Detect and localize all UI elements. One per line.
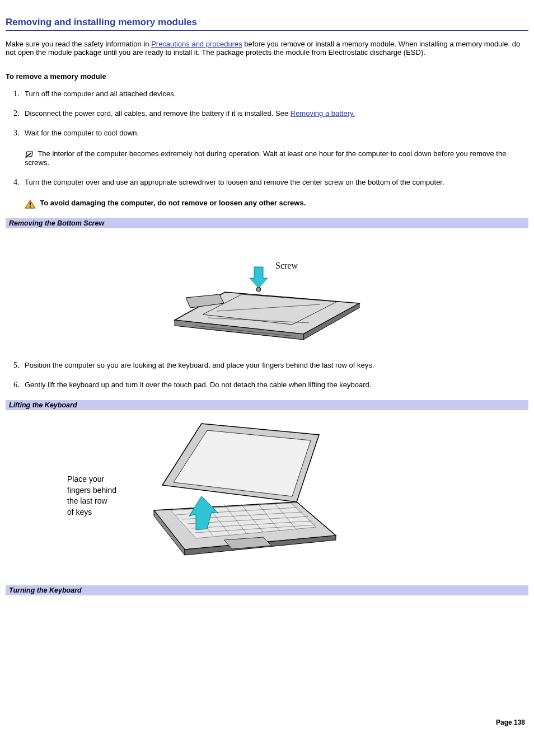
- step-3-text: Wait for the computer to cool down.: [25, 129, 139, 137]
- step-2: Disconnect the power cord, all cables, a…: [21, 109, 517, 118]
- figure-1: Screw: [6, 228, 528, 361]
- steps-list: Turn off the computer and all attached d…: [21, 90, 517, 207]
- svg-marker-11: [250, 267, 268, 288]
- svg-rect-1: [30, 203, 31, 205]
- step-5: Position the computer so you are looking…: [21, 361, 517, 369]
- warning-icon: [25, 199, 35, 207]
- laptop-bottom-diagram: Screw: [163, 236, 371, 342]
- title-underline: [6, 30, 528, 31]
- step-3: Wait for the computer to cool down. The …: [21, 129, 517, 167]
- step-3-note: The interior of the computer becomes ext…: [25, 149, 517, 167]
- step-6: Gently lift the keyboard up and turn it …: [21, 381, 517, 389]
- figure-2-label: Place your fingers behind the last row o…: [67, 474, 116, 518]
- screw-label: Screw: [275, 261, 298, 270]
- figure-2-caption: Lifting the Keyboard: [6, 400, 528, 410]
- step-1: Turn off the computer and all attached d…: [21, 90, 517, 98]
- step-4-warning: To avoid damaging the computer, do not r…: [25, 199, 517, 208]
- step-4-text: Turn the computer over and use an approp…: [25, 178, 444, 186]
- procedure-subhead: To remove a memory module: [6, 72, 528, 81]
- step-4: Turn the computer over and use an approp…: [21, 178, 517, 208]
- steps-list-cont: Position the computer so you are looking…: [21, 361, 517, 389]
- removing-battery-link[interactable]: Removing a battery.: [291, 109, 355, 118]
- step-3-note-text: The interior of the computer becomes ext…: [25, 149, 506, 167]
- precautions-link[interactable]: Precautions and procedures: [151, 40, 242, 48]
- page-footer: Page 138: [6, 719, 528, 726]
- figure-2: Place your fingers behind the last row o…: [6, 410, 528, 582]
- svg-rect-2: [30, 206, 31, 207]
- step-2-text: Disconnect the power cord, all cables, a…: [25, 109, 291, 118]
- figure-3-caption: Turning the Keyboard: [6, 585, 528, 595]
- intro-text-a: Make sure you read the safety informatio…: [6, 40, 151, 48]
- note-icon: [25, 151, 35, 158]
- page-title: Removing and installing memory modules: [6, 17, 528, 28]
- intro-paragraph: Make sure you read the safety informatio…: [6, 40, 528, 57]
- step-4-warning-text: To avoid damaging the computer, do not r…: [40, 199, 306, 207]
- figure-1-caption: Removing the Bottom Screw: [6, 218, 528, 228]
- laptop-open-diagram: Place your fingers behind the last row o…: [67, 418, 336, 564]
